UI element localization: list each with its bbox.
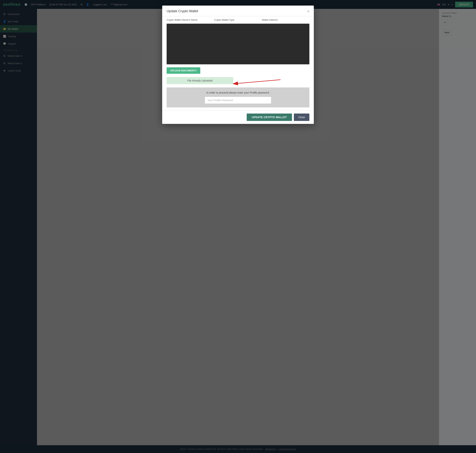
modal-header: Update Crypto Wallet × [162, 6, 314, 16]
password-section: In order to proceed please enter your Pr… [167, 87, 309, 107]
arrow-annotation [236, 76, 282, 85]
upload-document-button[interactable]: UPLOAD DOCUMENT!! [167, 67, 200, 74]
upload-section: UPLOAD DOCUMENT!! [162, 64, 314, 76]
close-button[interactable]: Close [294, 113, 309, 121]
modal-footer: UPDATE CRYPTO WALLET Close [162, 110, 314, 124]
wallet-table-area [167, 24, 309, 64]
modal-close-button[interactable]: × [307, 9, 309, 13]
svg-line-1 [238, 80, 281, 83]
col-owner-name: Crypto Wallet Owner's Name [167, 19, 214, 21]
modal-title: Update Crypto Wallet [167, 9, 198, 13]
profile-password-input[interactable] [205, 97, 271, 104]
table-header: Crypto Wallet Owner's Name Crypto Wallet… [162, 16, 314, 24]
col-type: Crypto Wallet Type [214, 19, 262, 21]
password-input-wrap [171, 97, 305, 104]
modal-overlay: Update Crypto Wallet × Crypto Wallet Own… [0, 0, 476, 453]
password-instruction: In order to proceed please enter your Pr… [171, 91, 305, 94]
file-uploaded-badge: File Already Uploaded [167, 77, 233, 84]
update-crypto-wallet-modal: Update Crypto Wallet × Crypto Wallet Own… [162, 6, 314, 124]
col-address: Wallet Address [262, 19, 309, 21]
update-crypto-wallet-button[interactable]: UPDATE CRYPTO WALLET [247, 113, 292, 121]
file-uploaded-row: File Already Uploaded [162, 76, 314, 87]
